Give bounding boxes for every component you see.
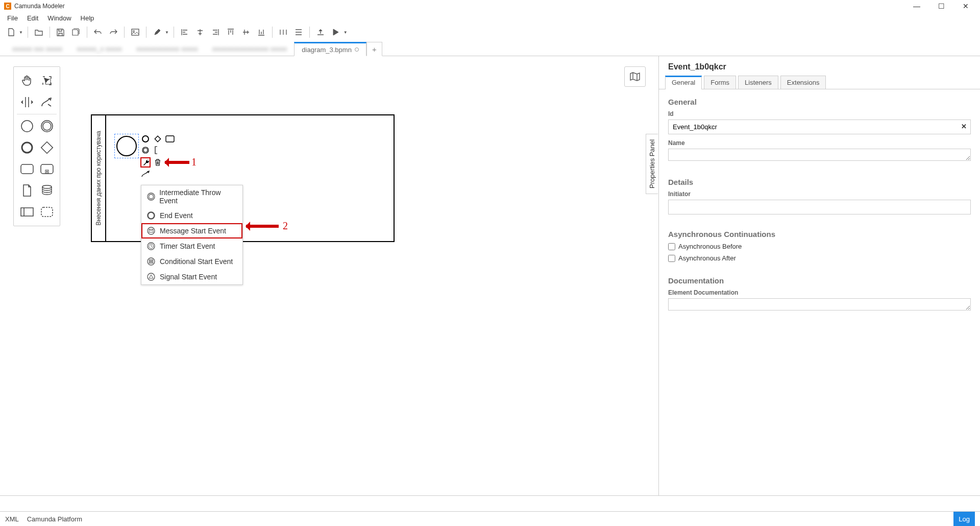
dropdown-caret-icon[interactable]: ▼ [344,30,348,35]
redo-icon[interactable] [107,26,119,38]
dropdown-caret-icon[interactable]: ▼ [165,30,169,35]
tab-blurred[interactable]: xxxxxx_x xxxxx [69,41,129,56]
properties-panel: Properties Panel Event_1b0qkcr General F… [658,56,980,495]
data-store-icon[interactable] [38,182,56,199]
props-tab-forms[interactable]: Forms [704,76,736,89]
svg-point-20 [148,212,155,219]
svg-point-10 [42,185,52,188]
input-id[interactable] [668,119,971,134]
properties-panel-toggle[interactable]: Properties Panel [646,134,658,194]
align-center-h-icon[interactable] [194,26,206,38]
space-tool-icon[interactable] [18,93,36,111]
label-name: Name [668,139,971,147]
subprocess-icon[interactable] [38,160,56,178]
tabbar: xxxxxx xxx xxxxx xxxxxx_x xxxxx xxxxxxxx… [0,41,980,56]
statusbar-platform[interactable]: Camunda Platform [27,515,82,523]
append-end-event-icon[interactable] [140,134,151,144]
svg-rect-15 [166,136,174,142]
run-icon[interactable] [330,26,342,38]
tab-blurred[interactable]: xxxxxxxxxxxxx xxxxx [129,41,205,56]
minimize-button[interactable]: — [910,2,924,10]
start-event-selected[interactable] [114,134,139,158]
pool-icon[interactable] [18,203,36,221]
append-gateway-icon[interactable] [153,134,163,144]
checkbox-async-before[interactable]: Asynchronous Before [668,243,971,250]
props-tab-listeners[interactable]: Listeners [738,76,778,89]
save-all-icon[interactable] [70,26,82,38]
menu-help[interactable]: Help [77,13,99,23]
annotation-icon[interactable] [153,145,163,155]
maximize-button[interactable]: ☐ [934,2,948,10]
data-object-icon[interactable] [18,182,36,199]
clear-id-icon[interactable]: ✕ [961,123,967,130]
canvas[interactable]: Внесення даних про користувача [0,56,658,495]
close-button[interactable]: ✕ [959,2,973,10]
hand-tool-icon[interactable] [18,72,36,89]
app-icon: C [4,3,11,10]
checkbox-async-after[interactable]: Asynchronous After [668,254,971,262]
start-event-icon[interactable] [18,117,36,135]
annotation-arrow-1 [165,161,189,164]
menu-intermediate-throw-event[interactable]: Intermediate Throw Event [141,185,242,208]
align-bottom-icon[interactable] [255,26,267,38]
connect-icon[interactable] [140,169,151,179]
connect-tool-icon[interactable] [38,93,56,111]
distribute-v-icon[interactable] [292,26,305,38]
distribute-h-icon[interactable] [277,26,289,38]
tab-blurred[interactable]: xxxxxxxxxxxxxxxxx xxxxx [205,41,295,56]
lane-label: Внесення даних про користувача [95,131,102,225]
highlight-icon[interactable] [151,26,163,38]
props-tab-general[interactable]: General [665,76,702,89]
window-title: Camunda Modeler [14,3,910,10]
image-icon[interactable] [129,26,141,38]
dropdown-caret-icon[interactable]: ▼ [19,30,23,35]
input-doc[interactable] [668,298,971,310]
toolbar: ▼ ▼ ▼ [0,23,980,41]
lasso-tool-icon[interactable] [38,72,56,89]
menu-conditional-start-event[interactable]: Conditional Start Event [141,254,242,269]
end-event-icon[interactable] [18,139,36,156]
save-icon[interactable] [55,26,67,38]
intermediate-event-icon[interactable] [38,117,56,135]
log-button[interactable]: Log [953,512,975,526]
menu-file[interactable]: File [3,13,22,23]
tab-add-button[interactable]: + [366,42,382,56]
lane-header[interactable]: Внесення даних про користувача [92,115,106,241]
menu-edit[interactable]: Edit [23,13,42,23]
append-intermediate-event-icon[interactable] [140,145,151,155]
workspace: Внесення даних про користувача [0,56,980,496]
task-icon[interactable] [18,160,36,178]
tab-label: diagram_3.bpmn [302,46,352,54]
tab-active[interactable]: diagram_3.bpmn [294,42,366,56]
append-task-icon[interactable] [165,134,175,144]
menu-timer-start-event[interactable]: Timer Start Event [141,238,242,254]
align-left-icon[interactable] [179,26,191,38]
open-folder-icon[interactable] [33,26,45,38]
new-file-icon[interactable] [5,26,17,38]
pool[interactable]: Внесення даних про користувача [91,114,395,242]
tab-blurred[interactable]: xxxxxx xxx xxxxx [5,41,69,56]
deploy-icon[interactable] [314,26,327,38]
align-center-v-icon[interactable] [240,26,252,38]
statusbar-xml[interactable]: XML [5,515,19,523]
group-icon[interactable] [38,203,56,221]
section-details: Details [668,178,971,186]
gateway-icon[interactable] [38,139,56,156]
props-tab-extensions[interactable]: Extensions [780,76,826,89]
menu-signal-start-event[interactable]: Signal Start Event [141,269,242,284]
svg-point-1 [133,31,134,32]
align-right-icon[interactable] [209,26,222,38]
section-async: Asynchronous Continuations [668,230,971,238]
undo-icon[interactable] [92,26,104,38]
menubar: File Edit Window Help [0,12,980,23]
tab-unsaved-dot-icon[interactable] [355,47,359,52]
menu-end-event[interactable]: End Event [141,208,242,223]
properties-title: Event_1b0qkcr [659,56,980,76]
menu-message-start-event[interactable]: Message Start Event [141,223,242,238]
align-top-icon[interactable] [225,26,237,38]
minimap-toggle-icon[interactable] [624,66,646,87]
menu-window[interactable]: Window [43,13,75,23]
change-type-wrench-icon[interactable] [140,157,151,168]
input-name[interactable] [668,149,971,161]
input-initiator[interactable] [668,200,971,214]
